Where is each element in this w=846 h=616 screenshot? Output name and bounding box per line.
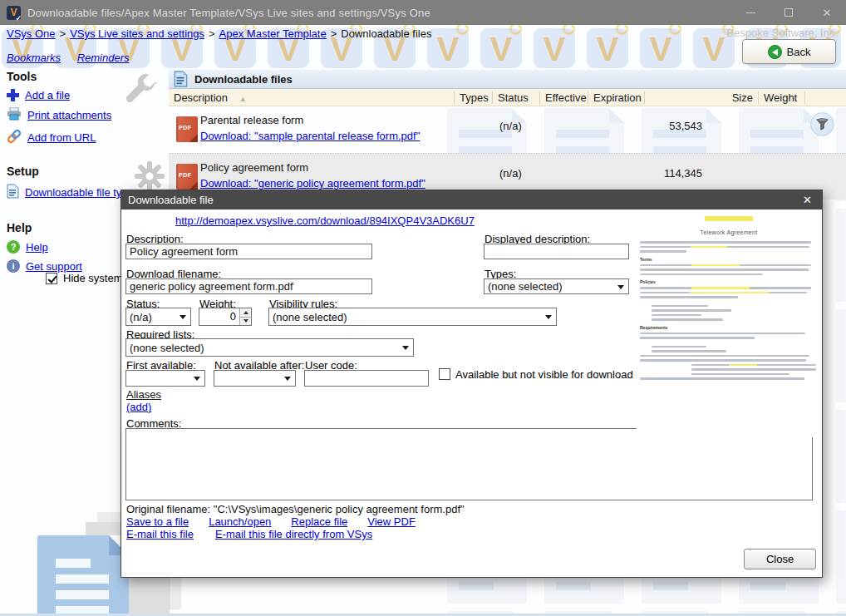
weight-stepper[interactable]: 0 xyxy=(199,308,252,326)
printer-icon xyxy=(7,107,22,123)
downloadable-file-dialog: Downloadable file ✕ http://demoapex.vsys… xyxy=(121,190,823,578)
file-download-link[interactable]: Download: "sample parental release form.… xyxy=(200,130,420,142)
spinner-down-icon[interactable] xyxy=(240,317,251,326)
sort-ascending-icon: ▲ xyxy=(239,95,247,103)
dropdown-arrow-icon xyxy=(617,285,624,289)
file-status: (n/a) xyxy=(499,120,522,132)
required-lists-dropdown[interactable]: (none selected) xyxy=(125,338,414,357)
comments-textarea[interactable] xyxy=(125,428,813,500)
user-code-input[interactable] xyxy=(304,370,429,387)
back-arrow-icon xyxy=(768,45,782,59)
reminders-link[interactable]: Reminders xyxy=(77,52,130,64)
aliases-add-link[interactable]: (add) xyxy=(126,401,151,413)
bookmarks-link[interactable]: Bookmarks xyxy=(7,52,61,64)
window-title: Downloadable files/Apex Master Template/… xyxy=(27,7,430,19)
column-status[interactable]: Status xyxy=(493,91,540,104)
pdf-file-icon: PDF xyxy=(176,116,198,142)
dropdown-arrow-icon xyxy=(194,377,200,381)
info-icon: i xyxy=(7,259,20,273)
dialog-close-icon[interactable]: ✕ xyxy=(799,194,815,206)
add-file-icon xyxy=(7,89,19,101)
maximize-button[interactable] xyxy=(770,0,808,25)
original-filename: Original filename: "C:\VSys\images\gener… xyxy=(126,503,465,515)
dialog-close-button[interactable]: Close xyxy=(744,549,816,569)
breadcrumb-current: Downloadable files xyxy=(341,27,431,40)
minimize-button[interactable] xyxy=(731,0,770,25)
breadcrumb-vsys-one[interactable]: VSys One xyxy=(7,27,56,40)
document-icon xyxy=(7,184,19,201)
status-dropdown[interactable]: (n/a) xyxy=(125,308,191,326)
displayed-description-input[interactable] xyxy=(484,244,629,259)
wrench-icon xyxy=(123,71,161,111)
not-available-after-dropdown[interactable] xyxy=(214,370,296,387)
filter-funnel-button[interactable] xyxy=(810,112,834,136)
file-description: Policy agreement form xyxy=(200,161,308,174)
view-pdf-link[interactable]: View PDF xyxy=(367,515,416,528)
app-window: V ✓ Downloadable files/Apex Master Templ… xyxy=(0,0,846,616)
spinner-up-icon[interactable] xyxy=(240,308,251,317)
link-chain-icon xyxy=(7,129,22,146)
replace-file-link[interactable]: Replace file xyxy=(291,515,347,528)
help-icon: ? xyxy=(7,240,20,254)
description-input[interactable] xyxy=(125,244,372,259)
dropdown-arrow-icon xyxy=(180,315,186,319)
hide-system-files-checkbox[interactable] xyxy=(46,273,57,284)
preview-title: Telework Agreement xyxy=(637,229,821,235)
dropdown-arrow-icon xyxy=(284,377,291,381)
download-filename-input[interactable] xyxy=(125,278,372,294)
pdf-file-icon: PDF xyxy=(176,164,198,190)
dropdown-arrow-icon xyxy=(545,315,552,319)
types-dropdown[interactable]: (none selected) xyxy=(484,278,629,294)
column-expiration[interactable]: Expiration xyxy=(588,91,645,104)
window-titlebar: V ✓ Downloadable files/Apex Master Templ… xyxy=(0,0,846,25)
back-button[interactable]: Back xyxy=(742,39,836,64)
file-description: Parental release form xyxy=(200,114,303,126)
breadcrumb-apex-master[interactable]: Apex Master Template xyxy=(219,27,327,40)
column-size[interactable]: Size xyxy=(645,91,759,104)
column-effective[interactable]: Effective xyxy=(540,91,588,104)
file-table: PDF Parental release form Download: "sam… xyxy=(169,106,846,200)
sidebar-item-add-from-url[interactable]: Add from URL xyxy=(7,129,169,146)
aliases-label: Aliases xyxy=(126,388,161,401)
visibility-rules-dropdown[interactable]: (none selected) xyxy=(268,308,557,326)
company-name: Bespoke Software, Inc. xyxy=(726,27,838,39)
file-size: 114,345 xyxy=(584,167,702,180)
dialog-titlebar: Downloadable file ✕ xyxy=(121,190,822,209)
download-url-link[interactable]: http://demoapex.vsyslive.com/download/89… xyxy=(175,214,475,227)
launch-open-link[interactable]: Launch/open xyxy=(209,515,271,528)
file-download-link[interactable]: Download: "generic policy agreement form… xyxy=(200,177,425,190)
close-button[interactable]: ✕ xyxy=(808,0,846,25)
pdf-preview-thumbnail: Telework Agreement Terms Policies Requir… xyxy=(637,213,821,437)
file-size: 53,543 xyxy=(584,120,702,132)
first-available-dropdown[interactable] xyxy=(125,370,205,387)
column-types[interactable]: Types xyxy=(455,91,493,104)
panel-header: Downloadable files xyxy=(169,70,846,89)
panel-document-icon xyxy=(174,71,188,87)
panel-title: Downloadable files xyxy=(194,73,293,86)
column-weight[interactable]: Weight xyxy=(759,91,805,104)
table-column-header: Description ▲ Types Status Effective Exp… xyxy=(169,89,846,106)
dropdown-arrow-icon xyxy=(402,346,409,350)
column-description[interactable]: Description ▲ xyxy=(169,91,455,104)
available-not-visible-checkbox[interactable] xyxy=(439,368,450,380)
save-to-file-link[interactable]: Save to a file xyxy=(126,515,189,528)
table-row-parental-release[interactable]: PDF Parental release form Download: "sam… xyxy=(169,106,846,153)
preview-highlight xyxy=(705,216,753,221)
breadcrumb-vsys-live[interactable]: VSys Live sites and settings xyxy=(70,27,204,40)
breadcrumb: VSys One>VSys Live sites and settings>Ap… xyxy=(7,27,431,40)
email-file-directly-link[interactable]: E-mail this file directly from VSys xyxy=(215,528,372,540)
email-file-link[interactable]: E-mail this file xyxy=(126,528,194,540)
file-status: (n/a) xyxy=(499,167,522,180)
dialog-title: Downloadable file xyxy=(128,194,214,206)
vsys-logo-icon: V ✓ xyxy=(7,6,21,20)
